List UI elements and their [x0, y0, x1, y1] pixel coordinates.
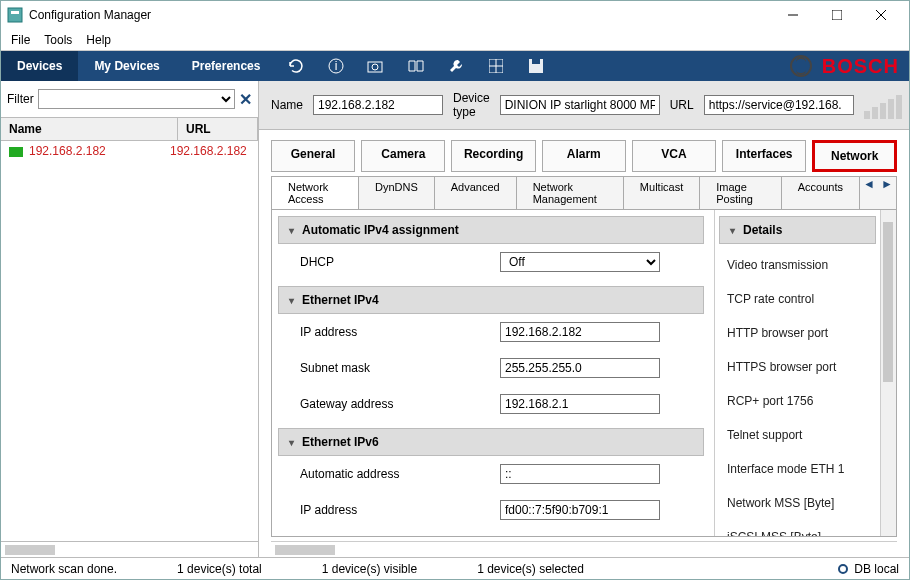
detail-rcp-port[interactable]: RCP+ port 1756 [723, 384, 872, 418]
menu-tools[interactable]: Tools [44, 33, 72, 47]
status-db: DB local [854, 562, 899, 576]
ipv6-address-input[interactable] [500, 500, 660, 520]
device-icon [9, 147, 23, 157]
subtab-accounts[interactable]: Accounts [782, 177, 860, 209]
subtab-network-management[interactable]: Network Management [517, 177, 624, 209]
subnet-mask-input[interactable] [500, 358, 660, 378]
auto-address-input[interactable] [500, 464, 660, 484]
svg-point-9 [372, 64, 378, 70]
auto-address-label: Automatic address [300, 467, 500, 481]
detail-http-port[interactable]: HTTP browser port [723, 316, 872, 350]
svg-rect-14 [532, 59, 540, 64]
close-button[interactable] [859, 1, 903, 29]
device-type-input[interactable] [500, 95, 660, 115]
subtab-dyndns[interactable]: DynDNS [359, 177, 435, 209]
svg-rect-3 [832, 10, 842, 20]
name-label: Name [271, 98, 303, 112]
tree-header-url[interactable]: URL [178, 118, 258, 140]
info-icon[interactable]: i [316, 51, 356, 81]
chevron-down-icon: ▾ [289, 225, 294, 236]
refresh-icon[interactable] [276, 51, 316, 81]
left-h-scrollbar[interactable] [1, 541, 258, 557]
next-tab-icon[interactable]: ► [878, 177, 896, 209]
grid-icon[interactable] [476, 51, 516, 81]
subnet-label: Subnet mask [300, 361, 500, 375]
app-icon [7, 7, 23, 23]
subtab-image-posting[interactable]: Image Posting [700, 177, 781, 209]
detail-network-mss[interactable]: Network MSS [Byte] [723, 486, 872, 520]
maximize-button[interactable] [815, 1, 859, 29]
svg-text:i: i [335, 59, 338, 73]
svg-rect-0 [8, 8, 22, 22]
detail-video-transmission[interactable]: Video transmission [723, 248, 872, 282]
subtab-multicast[interactable]: Multicast [624, 177, 700, 209]
menu-help[interactable]: Help [86, 33, 111, 47]
tab-recording[interactable]: Recording [451, 140, 535, 172]
chevron-down-icon: ▾ [730, 225, 735, 236]
ipv6-label: IP address [300, 503, 500, 517]
prev-tab-icon[interactable]: ◄ [860, 177, 878, 209]
gateway-input[interactable] [500, 394, 660, 414]
window-title: Configuration Manager [29, 8, 151, 22]
wrench-icon[interactable] [436, 51, 476, 81]
menu-file[interactable]: File [11, 33, 30, 47]
section-details[interactable]: ▾Details [719, 216, 876, 244]
device-name: 192.168.2.182 [29, 144, 170, 158]
chevron-down-icon: ▾ [289, 295, 294, 306]
filter-select[interactable] [38, 89, 235, 109]
detail-tcp-rate-control[interactable]: TCP rate control [723, 282, 872, 316]
save-icon[interactable] [516, 51, 556, 81]
clear-filter-icon[interactable]: ✕ [239, 90, 252, 109]
toolbar-tab-devices[interactable]: Devices [1, 51, 78, 81]
bosch-armature-icon [790, 55, 812, 77]
status-total: 1 device(s) total [177, 562, 262, 576]
section-auto-ipv4[interactable]: ▾Automatic IPv4 assignment [278, 216, 704, 244]
detail-https-port[interactable]: HTTPS browser port [723, 350, 872, 384]
tab-general[interactable]: General [271, 140, 355, 172]
db-icon [838, 564, 848, 574]
tab-alarm[interactable]: Alarm [542, 140, 626, 172]
detail-telnet[interactable]: Telnet support [723, 418, 872, 452]
dhcp-select[interactable]: Off [500, 252, 660, 272]
filter-label: Filter [7, 92, 34, 106]
section-ethernet-ipv6[interactable]: ▾Ethernet IPv6 [278, 428, 704, 456]
signal-bars-icon [864, 91, 902, 119]
svg-rect-1 [11, 11, 19, 14]
bosch-logo: BOSCH [812, 55, 909, 78]
tab-network[interactable]: Network [812, 140, 897, 172]
ip-label: IP address [300, 325, 500, 339]
tab-vca[interactable]: VCA [632, 140, 716, 172]
section-ethernet-ipv4[interactable]: ▾Ethernet IPv4 [278, 286, 704, 314]
v-scrollbar[interactable] [880, 210, 896, 536]
book-icon[interactable] [396, 51, 436, 81]
device-url: 192.168.2.182 [170, 144, 250, 158]
device-url-input[interactable] [704, 95, 854, 115]
gateway-label: Gateway address [300, 397, 500, 411]
detail-interface-mode[interactable]: Interface mode ETH 1 [723, 452, 872, 486]
minimize-button[interactable] [771, 1, 815, 29]
type-label: Device type [453, 91, 490, 119]
status-scan: Network scan done. [11, 562, 117, 576]
tab-interfaces[interactable]: Interfaces [722, 140, 806, 172]
detail-iscsi-mss[interactable]: iSCSI MSS [Byte] [723, 520, 872, 536]
url-label: URL [670, 98, 694, 112]
tree-header-name[interactable]: Name [1, 118, 178, 140]
camera-icon[interactable] [356, 51, 396, 81]
ip-address-input[interactable] [500, 322, 660, 342]
toolbar-tab-preferences[interactable]: Preferences [176, 51, 277, 81]
device-name-input[interactable] [313, 95, 443, 115]
content-h-scrollbar[interactable] [271, 541, 897, 557]
tab-camera[interactable]: Camera [361, 140, 445, 172]
status-visible: 1 device(s) visible [322, 562, 417, 576]
status-selected: 1 device(s) selected [477, 562, 584, 576]
subtab-network-access[interactable]: Network Access [272, 177, 359, 209]
dhcp-label: DHCP [300, 255, 500, 269]
toolbar-tab-my-devices[interactable]: My Devices [78, 51, 175, 81]
device-row[interactable]: 192.168.2.182 192.168.2.182 [1, 141, 258, 161]
chevron-down-icon: ▾ [289, 437, 294, 448]
subtab-advanced[interactable]: Advanced [435, 177, 517, 209]
